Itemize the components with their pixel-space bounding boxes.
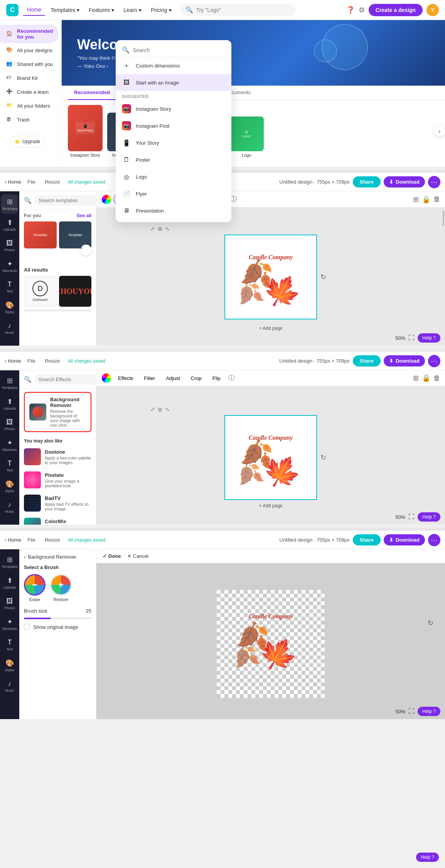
download-button-3[interactable]: ⬇ Download [384,534,425,545]
sidebar-templates-2[interactable]: ⊞ Templates [1,373,18,393]
sidebar-item-shared[interactable]: 👥 Shared with you [0,57,61,71]
download-button-2[interactable]: ⬇ Download [384,355,425,366]
sidebar-elements-3[interactable]: ✦ Elements [1,615,18,634]
logo-item[interactable]: ◎ Logo [116,168,231,185]
copy-icon[interactable]: ⧉ [158,226,162,232]
sidebar-item-folders[interactable]: 📁 All your folders [0,99,61,113]
resize-menu[interactable]: Resize [42,177,63,186]
more-options-button[interactable]: ⋯ [428,176,440,188]
poster-item[interactable]: 🗒 Poster [116,151,231,168]
nav-features[interactable]: Features ▾ [85,5,118,15]
erase-brush[interactable]: − Erase [24,574,46,602]
settings-icon[interactable]: ⚙ [359,6,365,14]
expand-icon[interactable]: ⤡ [165,226,170,232]
bg-remover-item[interactable]: Background Remover Remove the background… [24,392,91,432]
sidebar-uploads-3[interactable]: ⬆ Uploads [1,573,18,593]
flyer-item[interactable]: 📄 Flyer [116,185,231,202]
sidebar-music[interactable]: ♪ Music [1,319,18,338]
sidebar-photos-2[interactable]: 🖼 Photos [1,415,18,434]
flip-tab-2[interactable]: Flip [208,373,225,383]
color-picker-2[interactable] [101,373,112,383]
sidebar-styles-2[interactable]: 🎨 Styles [1,477,18,496]
presentation-item[interactable]: 🖥 Presentation [116,202,231,219]
grid-icon[interactable]: ⊞ [413,195,419,204]
color-picker[interactable] [101,194,112,205]
template-search-input[interactable] [35,195,96,206]
avatar[interactable]: Y [426,4,439,16]
canvas-frame-1[interactable]: Candle Company 🍂 🍁 🍂 ↻ [224,235,317,319]
see-all-link[interactable]: See all [77,213,91,218]
download-button-1[interactable]: ⬇ Download [384,176,425,187]
effects-tab-2[interactable]: Effects [113,373,138,383]
cancel-button[interactable]: ✕ Cancel [127,553,148,559]
add-page-button[interactable]: + Add page [259,326,282,331]
instagram-story-item[interactable]: 📷 Instagram Story [116,100,231,117]
sidebar-templates[interactable]: ⊞ Templates [1,194,18,214]
delete-icon[interactable]: 🗑 [433,195,440,203]
template-card-instagram-story[interactable]: 📱SHOPPING Instagram Story [68,105,103,157]
filter-tab-2[interactable]: Filter [140,373,160,383]
sidebar-text-3[interactable]: T Text [1,635,18,654]
sidebar-item-all-designs[interactable]: 🎨 All your designs [0,43,61,57]
help-icon[interactable]: ❓ [346,6,355,14]
nav-home[interactable]: Home [23,4,45,16]
share-button-3[interactable]: Share [353,534,381,545]
restore-brush[interactable]: + Restore [50,574,72,602]
sidebar-text[interactable]: T Text [1,277,18,296]
brush-size-slider[interactable] [24,618,91,619]
your-story-item[interactable]: 📱 Your Story [116,134,231,151]
help-button-2[interactable]: Help ? [418,512,440,522]
back-home-button-2[interactable]: ‹ Home [5,358,21,364]
upgrade-button[interactable]: ⭐ Upgrade [9,136,45,147]
share-button-2[interactable]: Share [353,355,381,366]
refresh-icon-3[interactable]: ↻ [428,619,433,627]
file-menu[interactable]: File [24,177,39,186]
help-button-3[interactable]: Help ? [418,707,440,716]
sidebar-item-trash[interactable]: 🗑 Trash [0,113,61,127]
sidebar-music-2[interactable]: ♪ Music [1,498,18,517]
sidebar-photos-3[interactable]: 🖼 Photos [1,594,18,613]
canva-logo[interactable]: C [6,4,19,16]
expand-icon-2[interactable]: ⤡ [165,406,170,413]
custom-dimensions-item[interactable]: ＋ Custom dimensions [116,57,231,74]
fullscreen-icon-3[interactable]: ⛶ [408,708,415,715]
next-templates-arrow[interactable]: › [434,126,445,137]
info-icon-2[interactable]: ⓘ [228,374,234,382]
checkerboard-canvas[interactable]: Candle Company 🍂 🍁 🍂 [217,590,325,698]
instagram-post-item[interactable]: 📷 Instagram Post [116,117,231,134]
sidebar-text-2[interactable]: T Text [1,456,18,475]
sidebar-music-3[interactable]: ♪ Music [1,677,18,696]
sidebar-item-recommended[interactable]: 🏠 Recommended for you [0,25,58,43]
sidebar-uploads-2[interactable]: ⬆ Uploads [1,394,18,414]
adjust-tab-2[interactable]: Adjust [161,373,184,383]
add-page-button-2[interactable]: + Add page [259,503,282,508]
share-button[interactable]: Share [353,176,381,187]
duotone-item[interactable]: Duotone Apply a two-color palette to you… [19,445,96,468]
search-input[interactable] [196,7,290,13]
crop-tab-2[interactable]: Crop [186,373,206,383]
dropdown-search-input[interactable] [133,47,225,53]
effects-search-input[interactable] [35,374,96,385]
file-menu-3[interactable]: File [24,535,39,544]
template-card-logo[interactable]: ◎LOGO Logo [229,117,264,157]
result-card-1[interactable]: D Dorbeach [24,276,57,307]
sidebar-item-team[interactable]: ➕ Create a team [0,85,61,99]
delete-icon-2[interactable]: 🗑 [433,374,440,382]
lock-icon-2[interactable]: 🔒 [422,374,430,382]
nav-pricing[interactable]: Pricing ▾ [147,5,175,15]
pixelate-item[interactable]: Pixelate Give your image a pixelated loo… [19,468,96,491]
refresh-icon[interactable]: ↻ [320,273,326,281]
nav-learn[interactable]: Learn ▾ [120,5,145,15]
show-original-checkbox[interactable] [24,624,30,630]
panel-next-arrow[interactable]: › [81,245,91,255]
badtv-item[interactable]: BadTV Apply bad TV effects to your image… [19,491,96,515]
help-button-1[interactable]: Help ? [418,333,440,343]
done-button[interactable]: ✓ Done [103,553,121,559]
back-home-button-3[interactable]: ‹ Home [5,537,21,543]
sidebar-elements[interactable]: ✦ Elements [1,257,18,276]
file-menu-2[interactable]: File [24,356,39,365]
resize-handle-icon-2[interactable]: ⤢ [150,406,155,413]
back-to-effects[interactable]: ‹ Background Remover [24,554,91,560]
create-design-button[interactable]: Create a design [369,4,423,16]
refresh-icon-2[interactable]: ↻ [320,453,326,462]
